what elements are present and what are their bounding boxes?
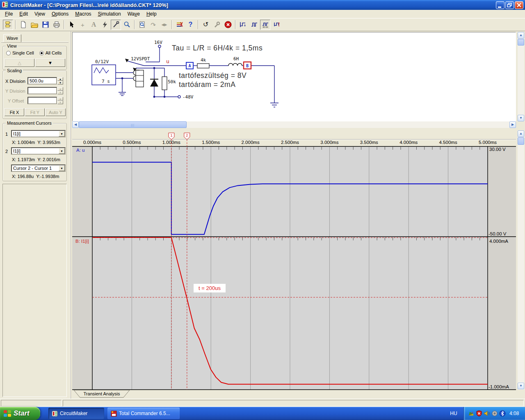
vscroll-thumb[interactable]	[518, 39, 524, 46]
cell-up-button[interactable]: △	[5, 59, 34, 67]
spin-down-icon[interactable]: ▼	[57, 81, 63, 84]
wave-vscrollbar[interactable]: ▲ ▼	[518, 130, 524, 390]
start-button[interactable]: Start	[0, 407, 40, 420]
wrench-icon	[213, 21, 221, 28]
circuit-canvas[interactable]: 7 s 0/12V 12VSPDT 16V u A	[72, 32, 516, 121]
new-button[interactable]	[18, 20, 28, 30]
language-indicator[interactable]: HU	[446, 407, 461, 420]
hscroll-thumb[interactable]: |||	[79, 121, 187, 128]
menu-simulation[interactable]: Simulation	[95, 10, 124, 18]
select-arrow-button[interactable]	[66, 20, 77, 30]
menu-edit[interactable]: Edit	[16, 10, 31, 18]
minimize-button[interactable]	[496, 1, 504, 9]
magnifier-icon	[123, 21, 131, 28]
y-division-input	[27, 87, 57, 94]
undo-icon: ↺	[203, 21, 208, 28]
x-division-spinner[interactable]: ▲▼	[57, 77, 63, 84]
waveform-measure-button[interactable]	[271, 20, 281, 30]
mirror-button[interactable]: ◀▶	[159, 20, 169, 30]
single-cell-radio[interactable]	[6, 51, 11, 55]
dropdown-arrow-icon[interactable]: ▼	[59, 165, 65, 171]
vscroll-thumb[interactable]	[518, 137, 524, 145]
close-button[interactable]	[515, 1, 523, 9]
probe-b[interactable]: B	[244, 62, 251, 69]
help-button[interactable]: ?	[185, 20, 196, 30]
circuitmaker-task-icon	[52, 411, 58, 417]
cursors-group-title: Measurement Cursors	[6, 121, 53, 126]
inductor-6h[interactable]: 6H	[228, 56, 242, 66]
menu-wave[interactable]: Wave	[124, 10, 143, 18]
waveform-cursor-button[interactable]	[260, 20, 270, 30]
task-total-commander[interactable]: Total Commander 6.5...	[107, 408, 180, 419]
single-cell-label: Single Cell	[12, 50, 34, 55]
bluetooth-icon[interactable]	[499, 410, 506, 417]
scroll-up-icon[interactable]: ▲	[518, 32, 524, 39]
circuit-drawing: 7 s 0/12V 12VSPDT 16V u A	[73, 32, 516, 121]
scroll-up-icon[interactable]: ▲	[518, 130, 524, 137]
cell-a-min-label: -50.00 V	[488, 231, 507, 236]
cell-down-button[interactable]: ▼	[35, 59, 65, 67]
circuit-hscrollbar[interactable]: ◀ ||| ▶	[72, 121, 516, 128]
tab-transient-analysis[interactable]: Transient Analysis	[73, 390, 130, 398]
probe-a[interactable]: A	[186, 62, 193, 69]
waveform-panel[interactable]: 0.000ms0.500ms1.000ms1.500ms2.000ms2.500…	[72, 130, 516, 392]
task-label: CircuitMaker	[60, 411, 87, 416]
scroll-down-icon[interactable]: ▼	[518, 115, 524, 121]
delete-tool-button[interactable]	[100, 20, 110, 30]
digital-options-button[interactable]	[174, 20, 185, 30]
supply-neg48v[interactable]: -48V	[178, 94, 194, 100]
zoom-tool-button[interactable]	[122, 20, 132, 30]
probe-icon	[112, 21, 120, 28]
rotate-button[interactable]: ↷	[148, 20, 158, 30]
wire-tool-button[interactable]: +	[78, 20, 88, 30]
resistor-4k[interactable]: 4k	[197, 57, 209, 68]
security-alert-icon[interactable]	[476, 410, 482, 417]
relay-label: 12VSPDT	[131, 56, 150, 62]
tab-wave[interactable]: Wave	[3, 34, 21, 42]
menu-macros[interactable]: Macros	[72, 10, 94, 18]
cursor-2-signal-select[interactable]: I1[i] ▼	[11, 147, 66, 155]
dropdown-arrow-icon[interactable]: ▼	[59, 148, 65, 154]
scroll-left-icon[interactable]: ◀	[72, 121, 79, 128]
signal-generator[interactable]: 7 s 0/12V	[92, 59, 116, 85]
fit-x-button[interactable]: Fit X	[5, 108, 24, 116]
probe-tool-button[interactable]	[111, 20, 121, 30]
text-tool-button[interactable]: A	[89, 20, 99, 30]
parts-bin-button[interactable]	[3, 20, 13, 30]
zoom-page-button[interactable]	[137, 20, 147, 30]
cursor-1-signal-select[interactable]: I1[i] ▼	[11, 130, 66, 137]
waveform-step-button[interactable]	[238, 20, 248, 30]
setup-button[interactable]	[212, 20, 222, 30]
dropdown-arrow-icon[interactable]: ▼	[59, 131, 65, 137]
print-button[interactable]	[51, 20, 62, 30]
tray-app-icon[interactable]	[468, 410, 475, 417]
x-division-input[interactable]	[27, 77, 57, 84]
menu-help[interactable]: Help	[143, 10, 160, 18]
cursor-diff-select[interactable]: Cursor 2 - Cursor 1 ▼	[11, 164, 66, 172]
stop-simulation-button[interactable]	[223, 20, 233, 30]
scroll-down-icon[interactable]: ▼	[518, 383, 524, 389]
scroll-right-icon[interactable]: ▶	[509, 121, 516, 128]
relay[interactable]: 12VSPDT	[125, 56, 150, 87]
titlebar[interactable]: CircuitMaker - [C:\Program Files\...\rel…	[0, 0, 525, 10]
stop-icon	[224, 21, 232, 28]
waveform-pulse-button[interactable]	[249, 20, 259, 30]
spin-up-icon[interactable]: ▲	[57, 77, 63, 81]
restore-button[interactable]	[505, 1, 514, 9]
system-tray: 4:08	[463, 407, 525, 420]
cursor-1-flag-label: 1	[170, 133, 172, 137]
menu-options[interactable]: Options	[48, 10, 72, 18]
supply-16v[interactable]: 16V	[154, 40, 162, 48]
menu-file[interactable]: File	[2, 10, 16, 18]
resistor-50k[interactable]: 50k	[162, 77, 176, 90]
all-cells-radio[interactable]	[39, 51, 44, 55]
reset-button[interactable]: ↺	[201, 20, 211, 30]
save-button[interactable]	[40, 20, 50, 30]
circuit-vscrollbar[interactable]: ▲ ▼	[518, 32, 524, 121]
task-circuitmaker[interactable]: CircuitMaker	[48, 408, 104, 419]
open-button[interactable]	[29, 20, 39, 30]
menu-view[interactable]: View	[31, 10, 48, 18]
diode[interactable]	[150, 79, 158, 87]
volume-icon[interactable]	[484, 410, 490, 417]
device-icon[interactable]	[491, 410, 498, 417]
